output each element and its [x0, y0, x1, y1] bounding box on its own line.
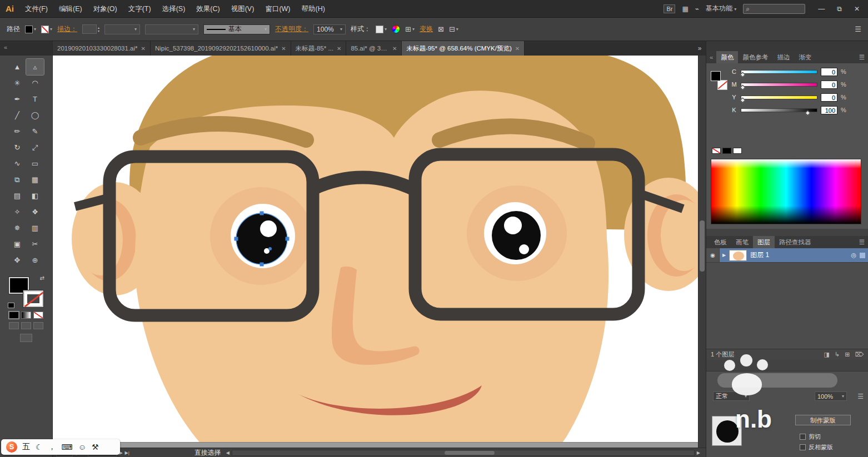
stepper-arrows-icon[interactable]: ▴▾: [98, 26, 99, 33]
ime-halfmoon-icon[interactable]: ☾: [36, 443, 43, 451]
menu-item[interactable]: 文字(T): [123, 0, 157, 18]
channel-value-field[interactable]: 0: [821, 81, 837, 89]
rotate-tool[interactable]: ↻: [8, 139, 26, 155]
panel-fill-stroke-indicator[interactable]: [711, 71, 727, 90]
expand-arrow-icon[interactable]: ▶: [722, 253, 726, 258]
vertical-scroll-thumb[interactable]: [700, 220, 705, 272]
panel-tab[interactable]: 渐变: [794, 51, 816, 63]
width-profile-dropdown[interactable]: ▾: [145, 24, 198, 34]
panel-tab[interactable]: 图层: [753, 236, 775, 248]
panel-stroke-box[interactable]: [717, 80, 727, 90]
invert-mask-checkbox[interactable]: 反相蒙版: [800, 443, 833, 451]
panel-fill-box[interactable]: [711, 71, 721, 81]
menu-item[interactable]: 编辑(E): [53, 0, 88, 18]
search-input[interactable]: [752, 6, 802, 12]
screen-mode-button[interactable]: [20, 334, 32, 342]
panel-tab[interactable]: 描边: [772, 51, 794, 63]
transform-icon[interactable]: ⊠: [438, 25, 444, 33]
tab-close-icon[interactable]: ✕: [392, 46, 397, 52]
stroke-weight-field[interactable]: [82, 24, 97, 34]
brush-definition-dropdown[interactable]: 基本 ▾: [203, 24, 270, 34]
delete-layer-icon[interactable]: ⌦: [855, 351, 864, 358]
scroll-right-icon[interactable]: ▶: [695, 450, 702, 455]
stroke-weight-dropdown[interactable]: ▾: [104, 24, 140, 34]
swap-fill-stroke-icon[interactable]: ⇄: [40, 275, 44, 281]
stroke-weight-stepper[interactable]: ▴▾: [82, 24, 99, 34]
panel-opacity-dropdown[interactable]: 100% ▾: [815, 391, 847, 401]
lasso-tool[interactable]: ◠: [26, 75, 44, 91]
document-tab[interactable]: 85.ai* @ 32...✕: [346, 41, 402, 56]
ime-mode-chinese[interactable]: 五: [22, 442, 30, 452]
zoom-tool[interactable]: ⊕: [26, 252, 44, 268]
menu-item[interactable]: 视图(V): [226, 0, 260, 18]
none-mode-button[interactable]: [33, 312, 43, 319]
tab-close-icon[interactable]: ✕: [515, 46, 520, 52]
column-graph-tool[interactable]: ▥: [26, 220, 44, 236]
perspective-grid-tool[interactable]: ▦: [26, 172, 44, 188]
new-sublayer-icon[interactable]: ↳: [835, 351, 840, 358]
make-clip-mask-icon[interactable]: ◨: [824, 351, 830, 358]
channel-value-field[interactable]: 100: [821, 106, 837, 114]
slider-thumb-icon[interactable]: [740, 97, 745, 103]
default-fill-stroke-icon[interactable]: [8, 303, 14, 308]
sogou-ime-bar[interactable]: S 五☾，⌨☺⚒: [1, 439, 120, 455]
panel-tab[interactable]: 路径查找器: [775, 236, 816, 248]
tab-close-icon[interactable]: ✕: [337, 46, 341, 52]
panel-tab[interactable]: 颜色参考: [738, 51, 772, 63]
panel-menu-icon[interactable]: ☰: [859, 53, 865, 61]
white-swatch[interactable]: [733, 148, 742, 154]
transform-panel-link[interactable]: 变换: [420, 24, 433, 34]
scroll-thumb[interactable]: [445, 451, 495, 455]
shape-builder-tool[interactable]: ⧉: [8, 172, 26, 188]
align-icon[interactable]: ⊞: [405, 25, 411, 33]
cs-live-icon[interactable]: ⌁: [695, 5, 699, 13]
stroke-panel-link[interactable]: 描边：: [57, 24, 77, 34]
slider-thumb-icon[interactable]: [740, 72, 745, 77]
ime-keyboard-icon[interactable]: ⌨: [62, 443, 73, 451]
color-mode-button[interactable]: [9, 312, 19, 319]
menu-item[interactable]: 窗口(W): [260, 0, 296, 18]
color-spectrum[interactable]: [711, 159, 861, 224]
ellipse-tool[interactable]: ◯: [26, 107, 44, 123]
menu-item[interactable]: 对象(O): [88, 0, 123, 18]
horizontal-scrollbar[interactable]: ◀ ▶: [224, 450, 702, 456]
channel-slider[interactable]: [741, 108, 817, 112]
distribute-icon[interactable]: ⊟: [449, 25, 455, 33]
tab-close-icon[interactable]: ✕: [281, 46, 286, 52]
close-button[interactable]: ✕: [848, 0, 866, 18]
ime-skin-icon[interactable]: ☺: [78, 443, 86, 451]
draw-behind-button[interactable]: [21, 322, 31, 329]
pencil-tool[interactable]: ✎: [26, 123, 44, 139]
eyedropper-tool[interactable]: ✧: [8, 204, 26, 220]
arrange-documents-icon[interactable]: ▦: [682, 5, 688, 13]
draw-inside-button[interactable]: [33, 322, 43, 329]
slider-thumb-icon[interactable]: [740, 84, 745, 90]
mesh-tool[interactable]: ▤: [8, 188, 26, 204]
width-tool[interactable]: ∿: [8, 155, 26, 172]
fill-color-picker[interactable]: ▾: [25, 26, 36, 33]
ime-toolbox-icon[interactable]: ⚒: [92, 443, 99, 451]
tab-overflow-icon[interactable]: »: [694, 41, 706, 56]
menu-item[interactable]: 文件(F): [19, 0, 53, 18]
pen-tool[interactable]: ✒: [8, 91, 26, 107]
scroll-track[interactable]: [232, 450, 695, 456]
scale-tool[interactable]: ⤢: [26, 139, 44, 155]
menu-item[interactable]: 帮助(H): [296, 0, 331, 18]
type-tool[interactable]: T: [26, 91, 44, 107]
checkbox-icon[interactable]: [800, 444, 806, 450]
stroke-color-box[interactable]: [23, 290, 43, 307]
draw-normal-button[interactable]: [9, 322, 19, 329]
scroll-left-icon[interactable]: ◀: [224, 450, 232, 455]
fill-swatch[interactable]: [25, 26, 33, 33]
slider-thumb-icon[interactable]: [805, 110, 810, 115]
layer-row[interactable]: ◉▶图层 1◎: [706, 248, 868, 263]
gradient-tool[interactable]: ◧: [26, 188, 44, 204]
opacity-dropdown[interactable]: 100% ▾: [313, 24, 346, 34]
none-swatch[interactable]: [712, 148, 721, 154]
document-tab[interactable]: 20190920103330028031.ai*✕: [53, 41, 151, 56]
last-artboard-icon[interactable]: ▶|: [125, 450, 129, 455]
opacity-panel-link[interactable]: 不透明度：: [275, 24, 308, 34]
new-layer-icon[interactable]: ⊞: [845, 351, 850, 358]
collapse-panel-icon[interactable]: «: [4, 44, 7, 51]
clip-checkbox[interactable]: 剪切: [800, 433, 821, 441]
